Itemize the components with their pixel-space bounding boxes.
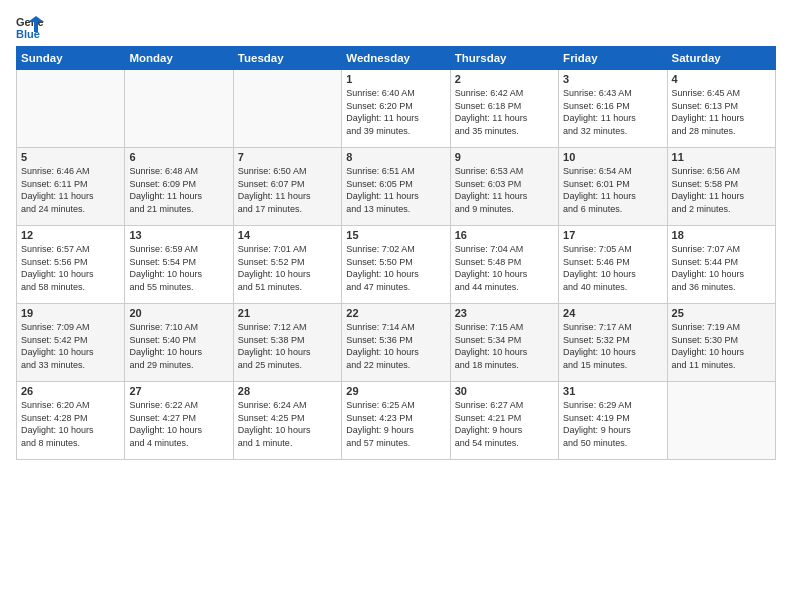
calendar-week-row: 19Sunrise: 7:09 AM Sunset: 5:42 PM Dayli… bbox=[17, 304, 776, 382]
calendar-cell: 8Sunrise: 6:51 AM Sunset: 6:05 PM Daylig… bbox=[342, 148, 450, 226]
calendar-cell bbox=[125, 70, 233, 148]
calendar-cell: 25Sunrise: 7:19 AM Sunset: 5:30 PM Dayli… bbox=[667, 304, 775, 382]
day-number: 30 bbox=[455, 385, 554, 397]
day-info: Sunrise: 6:45 AM Sunset: 6:13 PM Dayligh… bbox=[672, 87, 771, 137]
calendar-cell: 3Sunrise: 6:43 AM Sunset: 6:16 PM Daylig… bbox=[559, 70, 667, 148]
day-info: Sunrise: 6:24 AM Sunset: 4:25 PM Dayligh… bbox=[238, 399, 337, 449]
day-number: 21 bbox=[238, 307, 337, 319]
day-info: Sunrise: 6:40 AM Sunset: 6:20 PM Dayligh… bbox=[346, 87, 445, 137]
calendar-cell: 16Sunrise: 7:04 AM Sunset: 5:48 PM Dayli… bbox=[450, 226, 558, 304]
day-number: 15 bbox=[346, 229, 445, 241]
day-number: 23 bbox=[455, 307, 554, 319]
day-number: 25 bbox=[672, 307, 771, 319]
calendar-cell: 13Sunrise: 6:59 AM Sunset: 5:54 PM Dayli… bbox=[125, 226, 233, 304]
calendar-week-row: 26Sunrise: 6:20 AM Sunset: 4:28 PM Dayli… bbox=[17, 382, 776, 460]
weekday-header-row: SundayMondayTuesdayWednesdayThursdayFrid… bbox=[17, 47, 776, 70]
calendar-cell: 11Sunrise: 6:56 AM Sunset: 5:58 PM Dayli… bbox=[667, 148, 775, 226]
day-info: Sunrise: 6:25 AM Sunset: 4:23 PM Dayligh… bbox=[346, 399, 445, 449]
calendar-cell: 20Sunrise: 7:10 AM Sunset: 5:40 PM Dayli… bbox=[125, 304, 233, 382]
logo: General Blue bbox=[16, 12, 48, 40]
weekday-header-tuesday: Tuesday bbox=[233, 47, 341, 70]
day-number: 14 bbox=[238, 229, 337, 241]
calendar-cell: 9Sunrise: 6:53 AM Sunset: 6:03 PM Daylig… bbox=[450, 148, 558, 226]
day-info: Sunrise: 6:46 AM Sunset: 6:11 PM Dayligh… bbox=[21, 165, 120, 215]
day-info: Sunrise: 7:02 AM Sunset: 5:50 PM Dayligh… bbox=[346, 243, 445, 293]
day-number: 1 bbox=[346, 73, 445, 85]
calendar-cell: 27Sunrise: 6:22 AM Sunset: 4:27 PM Dayli… bbox=[125, 382, 233, 460]
day-info: Sunrise: 7:07 AM Sunset: 5:44 PM Dayligh… bbox=[672, 243, 771, 293]
calendar-container: General Blue SundayMondayTuesdayWednesda… bbox=[0, 0, 792, 470]
calendar-cell: 28Sunrise: 6:24 AM Sunset: 4:25 PM Dayli… bbox=[233, 382, 341, 460]
day-number: 4 bbox=[672, 73, 771, 85]
calendar-cell: 12Sunrise: 6:57 AM Sunset: 5:56 PM Dayli… bbox=[17, 226, 125, 304]
calendar-cell: 26Sunrise: 6:20 AM Sunset: 4:28 PM Dayli… bbox=[17, 382, 125, 460]
day-info: Sunrise: 6:20 AM Sunset: 4:28 PM Dayligh… bbox=[21, 399, 120, 449]
weekday-header-friday: Friday bbox=[559, 47, 667, 70]
day-number: 18 bbox=[672, 229, 771, 241]
day-info: Sunrise: 6:56 AM Sunset: 5:58 PM Dayligh… bbox=[672, 165, 771, 215]
calendar-cell: 1Sunrise: 6:40 AM Sunset: 6:20 PM Daylig… bbox=[342, 70, 450, 148]
calendar-cell: 24Sunrise: 7:17 AM Sunset: 5:32 PM Dayli… bbox=[559, 304, 667, 382]
day-info: Sunrise: 6:59 AM Sunset: 5:54 PM Dayligh… bbox=[129, 243, 228, 293]
day-number: 22 bbox=[346, 307, 445, 319]
logo-icon: General Blue bbox=[16, 12, 44, 40]
day-info: Sunrise: 6:50 AM Sunset: 6:07 PM Dayligh… bbox=[238, 165, 337, 215]
day-number: 24 bbox=[563, 307, 662, 319]
calendar-cell: 6Sunrise: 6:48 AM Sunset: 6:09 PM Daylig… bbox=[125, 148, 233, 226]
day-number: 19 bbox=[21, 307, 120, 319]
calendar-cell: 29Sunrise: 6:25 AM Sunset: 4:23 PM Dayli… bbox=[342, 382, 450, 460]
calendar-cell: 30Sunrise: 6:27 AM Sunset: 4:21 PM Dayli… bbox=[450, 382, 558, 460]
calendar-table: SundayMondayTuesdayWednesdayThursdayFrid… bbox=[16, 46, 776, 460]
calendar-cell: 14Sunrise: 7:01 AM Sunset: 5:52 PM Dayli… bbox=[233, 226, 341, 304]
calendar-cell: 18Sunrise: 7:07 AM Sunset: 5:44 PM Dayli… bbox=[667, 226, 775, 304]
day-info: Sunrise: 6:51 AM Sunset: 6:05 PM Dayligh… bbox=[346, 165, 445, 215]
day-info: Sunrise: 6:42 AM Sunset: 6:18 PM Dayligh… bbox=[455, 87, 554, 137]
calendar-cell: 21Sunrise: 7:12 AM Sunset: 5:38 PM Dayli… bbox=[233, 304, 341, 382]
calendar-cell: 5Sunrise: 6:46 AM Sunset: 6:11 PM Daylig… bbox=[17, 148, 125, 226]
day-number: 11 bbox=[672, 151, 771, 163]
weekday-header-monday: Monday bbox=[125, 47, 233, 70]
calendar-cell bbox=[233, 70, 341, 148]
day-info: Sunrise: 6:22 AM Sunset: 4:27 PM Dayligh… bbox=[129, 399, 228, 449]
day-info: Sunrise: 7:12 AM Sunset: 5:38 PM Dayligh… bbox=[238, 321, 337, 371]
day-number: 2 bbox=[455, 73, 554, 85]
day-number: 6 bbox=[129, 151, 228, 163]
calendar-cell: 19Sunrise: 7:09 AM Sunset: 5:42 PM Dayli… bbox=[17, 304, 125, 382]
day-number: 17 bbox=[563, 229, 662, 241]
day-info: Sunrise: 7:19 AM Sunset: 5:30 PM Dayligh… bbox=[672, 321, 771, 371]
day-info: Sunrise: 6:48 AM Sunset: 6:09 PM Dayligh… bbox=[129, 165, 228, 215]
calendar-week-row: 5Sunrise: 6:46 AM Sunset: 6:11 PM Daylig… bbox=[17, 148, 776, 226]
day-info: Sunrise: 6:57 AM Sunset: 5:56 PM Dayligh… bbox=[21, 243, 120, 293]
day-info: Sunrise: 7:10 AM Sunset: 5:40 PM Dayligh… bbox=[129, 321, 228, 371]
day-info: Sunrise: 7:09 AM Sunset: 5:42 PM Dayligh… bbox=[21, 321, 120, 371]
day-number: 29 bbox=[346, 385, 445, 397]
weekday-header-wednesday: Wednesday bbox=[342, 47, 450, 70]
day-info: Sunrise: 7:01 AM Sunset: 5:52 PM Dayligh… bbox=[238, 243, 337, 293]
day-number: 27 bbox=[129, 385, 228, 397]
day-number: 26 bbox=[21, 385, 120, 397]
day-number: 10 bbox=[563, 151, 662, 163]
day-info: Sunrise: 7:14 AM Sunset: 5:36 PM Dayligh… bbox=[346, 321, 445, 371]
day-info: Sunrise: 6:53 AM Sunset: 6:03 PM Dayligh… bbox=[455, 165, 554, 215]
header: General Blue bbox=[16, 12, 776, 40]
weekday-header-sunday: Sunday bbox=[17, 47, 125, 70]
calendar-cell: 17Sunrise: 7:05 AM Sunset: 5:46 PM Dayli… bbox=[559, 226, 667, 304]
calendar-cell: 7Sunrise: 6:50 AM Sunset: 6:07 PM Daylig… bbox=[233, 148, 341, 226]
calendar-cell: 31Sunrise: 6:29 AM Sunset: 4:19 PM Dayli… bbox=[559, 382, 667, 460]
calendar-cell: 10Sunrise: 6:54 AM Sunset: 6:01 PM Dayli… bbox=[559, 148, 667, 226]
weekday-header-thursday: Thursday bbox=[450, 47, 558, 70]
weekday-header-saturday: Saturday bbox=[667, 47, 775, 70]
day-number: 12 bbox=[21, 229, 120, 241]
day-number: 8 bbox=[346, 151, 445, 163]
calendar-week-row: 1Sunrise: 6:40 AM Sunset: 6:20 PM Daylig… bbox=[17, 70, 776, 148]
day-number: 28 bbox=[238, 385, 337, 397]
day-number: 20 bbox=[129, 307, 228, 319]
day-number: 7 bbox=[238, 151, 337, 163]
calendar-week-row: 12Sunrise: 6:57 AM Sunset: 5:56 PM Dayli… bbox=[17, 226, 776, 304]
day-info: Sunrise: 6:54 AM Sunset: 6:01 PM Dayligh… bbox=[563, 165, 662, 215]
day-number: 16 bbox=[455, 229, 554, 241]
day-info: Sunrise: 6:43 AM Sunset: 6:16 PM Dayligh… bbox=[563, 87, 662, 137]
day-number: 9 bbox=[455, 151, 554, 163]
day-info: Sunrise: 7:04 AM Sunset: 5:48 PM Dayligh… bbox=[455, 243, 554, 293]
day-info: Sunrise: 6:27 AM Sunset: 4:21 PM Dayligh… bbox=[455, 399, 554, 449]
